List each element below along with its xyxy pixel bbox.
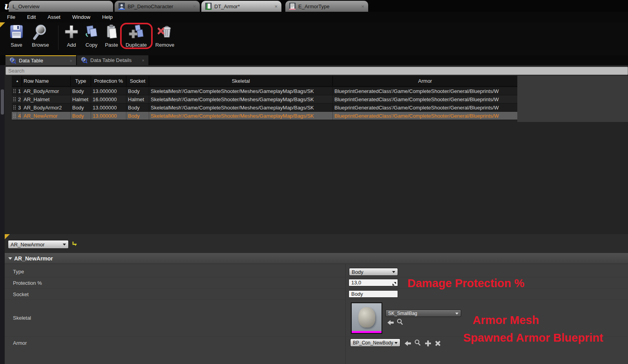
skeletal-mesh-thumbnail[interactable] — [351, 302, 382, 334]
drag-dots-icon — [13, 105, 16, 110]
row-selector-dropdown[interactable]: AR_NewArmor — [8, 240, 69, 249]
cell-row-name: AR_BodyArmor — [22, 87, 71, 95]
field-label-socket: Socket — [13, 291, 29, 297]
clear-reference-button[interactable] — [434, 340, 441, 347]
browse-to-asset-button[interactable] — [396, 318, 403, 325]
panel-focus-corner — [5, 234, 10, 239]
type-dropdown[interactable]: Body — [349, 268, 398, 276]
cell-protection: 13.000000 — [91, 104, 126, 111]
drag-dots-icon — [13, 113, 16, 118]
row-drag-handle[interactable] — [12, 95, 17, 103]
menubar: File Edit Asset Window Help — [0, 12, 628, 22]
tab-label: DT_Armor* — [214, 4, 240, 9]
cell-armor: BlueprintGeneratedClass'/Game/CompleteSh… — [333, 112, 517, 120]
cell-socket: Body — [126, 87, 149, 95]
table-header-row: ▲ Row Name Type Protection % Socket Skel… — [12, 76, 517, 86]
menu-file[interactable]: File — [7, 14, 15, 20]
copy-button[interactable]: Copy — [82, 24, 101, 54]
socket-input[interactable]: Body — [349, 290, 398, 298]
reset-to-default-button[interactable] — [71, 240, 79, 248]
cell-row-name: AR_NewArmor — [22, 112, 71, 120]
save-icon — [6, 24, 27, 41]
field-label-type: Type — [13, 269, 24, 275]
protection-value: 13,0 — [351, 280, 361, 286]
drag-dots-icon — [13, 89, 16, 94]
left-window-strip — [0, 65, 5, 364]
annotation-armor-mesh: Armor Mesh — [473, 314, 539, 327]
details-section-header[interactable]: AR_NewArmor — [5, 253, 628, 264]
skeletal-mesh-dropdown[interactable]: SK_SmallBag — [385, 309, 461, 317]
magnifier-icon — [397, 318, 403, 325]
toolbar-separator — [58, 25, 58, 50]
add-element-button[interactable] — [424, 340, 431, 347]
table-row[interactable]: 3 AR_BodyArmor2 Body 13.000000 Body Skel… — [12, 104, 517, 112]
sort-column-header[interactable]: ▲ — [12, 76, 22, 86]
menu-asset[interactable]: Asset — [47, 14, 60, 20]
tab-l-overview[interactable]: L_Overview — [9, 1, 113, 12]
menu-window[interactable]: Window — [72, 14, 90, 20]
cell-armor: BlueprintGeneratedClass'/Game/CompleteSh… — [333, 95, 517, 103]
back-arrow-icon — [405, 341, 411, 346]
row-drag-handle[interactable] — [12, 104, 17, 111]
details-column-splitter[interactable] — [345, 264, 346, 364]
menu-edit[interactable]: Edit — [27, 14, 36, 20]
character-asset-icon — [119, 3, 125, 10]
row-number: 2 — [17, 95, 22, 103]
duplicate-highlight-annotation — [120, 23, 153, 49]
row-drag-handle[interactable] — [12, 112, 17, 120]
search-input[interactable] — [5, 67, 628, 75]
column-header-armor[interactable]: Armor — [333, 76, 517, 86]
row-drag-handle[interactable] — [12, 87, 17, 95]
info-magnifier-icon: i — [9, 57, 16, 64]
protection-input[interactable]: 13,0 — [349, 279, 398, 286]
remove-button[interactable]: Remove — [154, 24, 176, 54]
column-header-socket[interactable]: Socket — [126, 76, 149, 86]
field-label-armor: Armor — [13, 340, 27, 346]
menu-help[interactable]: Help — [102, 14, 113, 20]
browse-to-asset-button[interactable] — [414, 339, 421, 346]
cell-type: Body — [71, 87, 91, 95]
close-icon[interactable]: × — [274, 4, 277, 9]
table-row[interactable]: 1 AR_BodyArmor Body 13.000000 Body Skele… — [12, 87, 517, 95]
table-row-selected[interactable]: 4 AR_NewArmor Body 13.000000 Body Skelet… — [12, 112, 517, 120]
use-selected-asset-button[interactable] — [387, 319, 394, 326]
chevron-down-icon — [392, 271, 395, 273]
save-button[interactable]: Save — [6, 24, 27, 54]
field-separator — [5, 299, 628, 300]
expander-triangle-icon — [8, 257, 12, 260]
column-header-row-name[interactable]: Row Name — [22, 76, 71, 86]
column-header-protection[interactable]: Protection % — [91, 76, 126, 86]
drag-dots-icon — [13, 97, 16, 102]
table-right-filler — [517, 76, 628, 122]
close-icon[interactable]: × — [70, 58, 72, 63]
tab-dt-armor[interactable]: DT_Armor* × — [201, 1, 281, 12]
plus-icon — [425, 340, 431, 346]
browse-button[interactable]: Browse — [28, 24, 53, 54]
tab-data-table-details[interactable]: i Data Table Details × — [77, 55, 148, 65]
cell-armor: BlueprintGeneratedClass'/Game/CompleteSh… — [333, 104, 517, 111]
cell-armor: BlueprintGeneratedClass'/Game/CompleteSh… — [333, 87, 517, 95]
table-row[interactable]: 2 AR_Halmet Halmet 16.000000 Halmet Skel… — [12, 95, 517, 104]
info-magnifier-icon: i — [81, 57, 88, 64]
close-icon[interactable]: × — [361, 4, 364, 9]
field-label-protection: Protection % — [13, 280, 42, 286]
vertical-scrollbar-thumb[interactable] — [1, 89, 4, 115]
tab-label: E_ArmorType — [298, 4, 329, 9]
cell-skeletal: SkeletalMesh'/Game/CompleteShooter/Meshe… — [149, 112, 333, 120]
cell-protection: 13.000000 — [91, 87, 126, 95]
add-button[interactable]: Add — [62, 24, 81, 54]
use-selected-asset-button[interactable] — [404, 340, 411, 347]
armor-blueprint-dropdown[interactable]: BP_Con_NewBody — [350, 339, 400, 347]
skeletal-mesh-value: SK_SmallBag — [388, 311, 417, 316]
close-icon[interactable]: × — [193, 4, 196, 9]
close-icon[interactable]: × — [142, 58, 144, 63]
tab-label: BP_DemoCharacter — [128, 4, 173, 9]
column-header-skeletal[interactable]: Skeletal — [149, 76, 333, 86]
paste-button[interactable]: Paste — [101, 24, 122, 54]
tab-bp-democharacter[interactable]: BP_DemoCharacter × — [115, 1, 200, 12]
tab-e-armortype[interactable]: E_ArmorType × — [285, 1, 368, 12]
row-selector-value: AR_NewArmor — [11, 242, 45, 248]
chevron-down-icon — [455, 313, 458, 315]
tab-data-table[interactable]: i Data Table × — [5, 55, 76, 65]
column-header-type[interactable]: Type — [71, 76, 91, 86]
